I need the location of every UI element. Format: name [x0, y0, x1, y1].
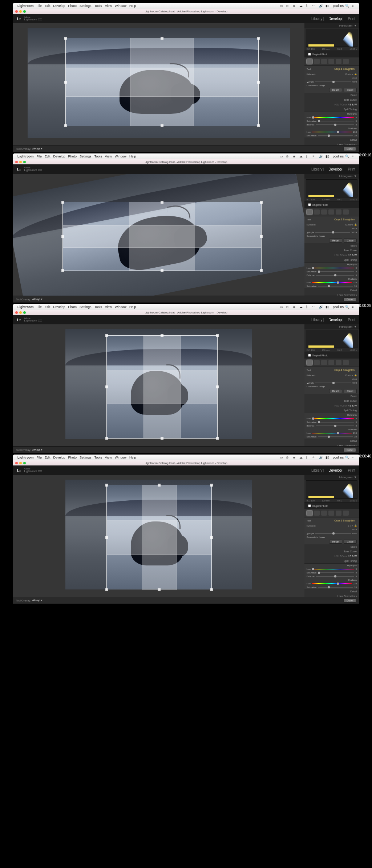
- crop-handle-bm[interactable]: [161, 437, 163, 440]
- crop-handle-tm[interactable]: [158, 484, 161, 487]
- mirror-icon[interactable]: ⎚: [286, 4, 291, 8]
- crop-handle-bl[interactable]: [61, 269, 64, 272]
- photo-canvas[interactable]: [13, 174, 304, 296]
- highlight-hue-slider[interactable]: [312, 418, 354, 419]
- shadow-hue-slider[interactable]: [312, 583, 352, 584]
- crop-handle-br[interactable]: [257, 124, 260, 127]
- menu-help[interactable]: Help: [129, 4, 136, 8]
- window-close-button[interactable]: [15, 10, 18, 13]
- angle-slider[interactable]: [315, 81, 351, 82]
- tool-reset-button[interactable]: Reset: [329, 239, 342, 243]
- gradient-tool-icon[interactable]: [328, 59, 334, 64]
- tool-close-button[interactable]: Close: [344, 389, 357, 393]
- balance-slider[interactable]: [316, 425, 354, 426]
- gradient-tool-icon[interactable]: [328, 360, 334, 365]
- lens-panel-header[interactable]: Lens Corrections: [304, 594, 359, 597]
- crop-handle-br[interactable]: [216, 437, 219, 440]
- menu-view[interactable]: View: [105, 305, 112, 309]
- menu-photo[interactable]: Photo: [68, 4, 77, 8]
- split-toning-header[interactable]: Split Toning: [304, 107, 359, 112]
- mirror-icon[interactable]: ⎚: [286, 456, 291, 459]
- menu-develop[interactable]: Develop: [53, 305, 65, 309]
- lens-panel-header[interactable]: Lens Corrections: [304, 443, 359, 446]
- tool-close-button[interactable]: Close: [344, 540, 357, 544]
- volume-icon[interactable]: 🔊: [319, 456, 324, 459]
- crop-handle-bl[interactable]: [105, 437, 108, 440]
- menu-file[interactable]: File: [37, 4, 42, 8]
- histogram-header[interactable]: Histogram ▼: [304, 174, 359, 179]
- app-name[interactable]: Lightroom: [17, 456, 34, 459]
- crop-overlay[interactable]: [62, 202, 261, 271]
- highlight-sat-slider[interactable]: [318, 121, 354, 121]
- menu-edit[interactable]: Edit: [45, 456, 50, 459]
- radial-tool-icon[interactable]: [336, 360, 341, 365]
- crop-handle-tr[interactable]: [216, 334, 219, 337]
- menu-tools[interactable]: Tools: [94, 4, 102, 8]
- volume-icon[interactable]: 🔊: [319, 4, 324, 8]
- module-develop[interactable]: Develop: [328, 468, 342, 472]
- window-zoom-button[interactable]: [23, 311, 26, 314]
- tonecurve-panel-header[interactable]: Tone Curve: [304, 399, 359, 403]
- tonecurve-panel-header[interactable]: Tone Curve: [304, 549, 359, 554]
- crop-handle-tm[interactable]: [161, 201, 163, 204]
- brush-tool-icon[interactable]: [343, 360, 349, 365]
- tool-reset-button[interactable]: Reset: [329, 88, 342, 92]
- window-zoom-button[interactable]: [23, 161, 26, 163]
- menu-help[interactable]: Help: [129, 456, 136, 459]
- split-toning-header[interactable]: Split Toning: [304, 408, 359, 413]
- menu-view[interactable]: View: [105, 155, 112, 158]
- menu-file[interactable]: File: [37, 155, 42, 158]
- window-close-button[interactable]: [15, 311, 18, 314]
- spot-tool-icon[interactable]: [314, 59, 320, 64]
- spotlight-icon[interactable]: 🔍: [345, 305, 350, 309]
- crop-overlay[interactable]: [106, 335, 218, 438]
- menu-view[interactable]: View: [105, 4, 112, 8]
- window-minimize-button[interactable]: [19, 10, 22, 13]
- crop-handle-tr[interactable]: [260, 201, 263, 204]
- menu-help[interactable]: Help: [129, 305, 136, 309]
- shadow-hue-slider[interactable]: [312, 433, 352, 433]
- aspect-lock-icon[interactable]: 🔒: [354, 374, 357, 376]
- histogram-display[interactable]: [306, 480, 357, 499]
- app-name[interactable]: Lightroom: [17, 305, 34, 309]
- crop-tool-icon[interactable]: [307, 59, 312, 64]
- module-library[interactable]: Library: [311, 468, 323, 472]
- menu-view[interactable]: View: [105, 456, 112, 459]
- hsl-panel-header[interactable]: HSL / Color / B & W: [304, 102, 359, 107]
- module-print[interactable]: Print: [348, 468, 355, 472]
- hsl-panel-header[interactable]: HSL / Color / B & W: [304, 253, 359, 257]
- user-menu[interactable]: pcollins: [333, 456, 344, 459]
- detail-panel-header[interactable]: Detail: [304, 439, 359, 443]
- done-button[interactable]: Done: [343, 448, 356, 452]
- menu-settings[interactable]: Settings: [80, 305, 92, 309]
- balance-slider[interactable]: [316, 275, 354, 276]
- highlight-sat-slider[interactable]: [318, 422, 354, 423]
- wifi-icon[interactable]: ⌔: [312, 4, 318, 8]
- window-minimize-button[interactable]: [19, 462, 22, 464]
- basic-panel-header[interactable]: Basic: [304, 243, 359, 248]
- redeye-tool-icon[interactable]: [321, 209, 327, 215]
- balance-slider[interactable]: [316, 576, 354, 577]
- overlay-mode-dropdown[interactable]: Always ▾: [32, 599, 43, 602]
- user-menu[interactable]: pcollins: [333, 305, 344, 309]
- dropbox-icon[interactable]: ◈: [293, 155, 298, 158]
- menu-develop[interactable]: Develop: [53, 456, 65, 459]
- angle-slider[interactable]: [315, 232, 350, 233]
- balance-slider[interactable]: [316, 124, 354, 125]
- crop-handle-mr[interactable]: [257, 81, 260, 84]
- wifi-icon[interactable]: ⌔: [312, 155, 318, 158]
- aspect-value[interactable]: 3 x 7: [348, 525, 353, 527]
- histogram-display[interactable]: [306, 29, 357, 47]
- histogram-header[interactable]: Histogram ▼: [304, 23, 359, 28]
- spot-tool-icon[interactable]: [314, 511, 320, 516]
- volume-icon[interactable]: 🔊: [319, 305, 324, 309]
- basic-panel-header[interactable]: Basic: [304, 93, 359, 97]
- angle-slider[interactable]: [315, 383, 351, 383]
- basic-panel-header[interactable]: Basic: [304, 394, 359, 399]
- menu-edit[interactable]: Edit: [45, 305, 50, 309]
- module-develop[interactable]: Develop: [328, 318, 342, 322]
- window-close-button[interactable]: [15, 462, 18, 464]
- wifi-icon[interactable]: ⌔: [312, 456, 318, 459]
- done-button[interactable]: Done: [343, 599, 356, 603]
- battery-icon[interactable]: ▮▯: [326, 4, 331, 8]
